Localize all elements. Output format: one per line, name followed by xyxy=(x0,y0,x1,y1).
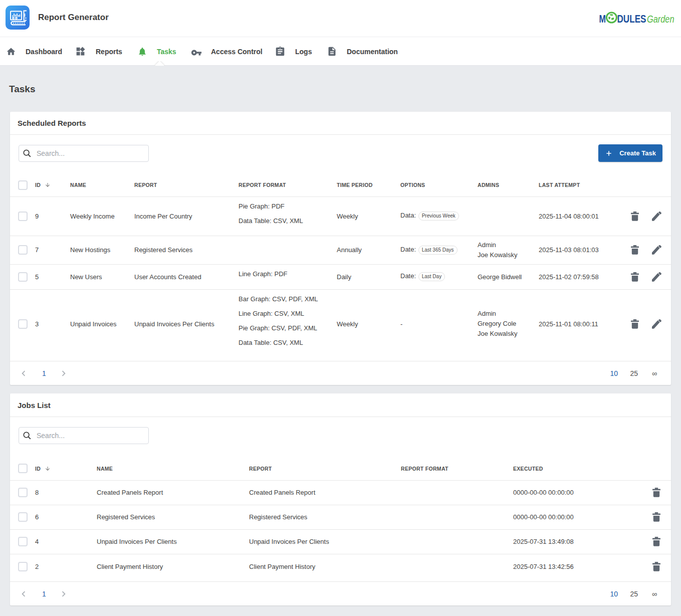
svg-text:M: M xyxy=(599,13,606,24)
svg-text:DULES: DULES xyxy=(617,13,646,24)
svg-text:Garden: Garden xyxy=(647,13,674,24)
